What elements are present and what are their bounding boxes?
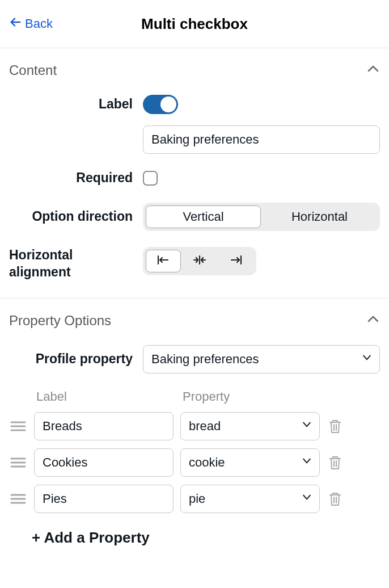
option-property-value: pie [189,492,205,506]
delete-option-button[interactable] [327,455,344,470]
page-title: Multi checkbox [141,15,248,33]
align-center-button[interactable] [182,250,217,272]
chevron-down-icon [301,492,312,506]
drag-handle-icon[interactable] [9,420,27,432]
chevron-up-icon[interactable] [366,62,380,79]
chevron-up-icon[interactable] [366,312,380,329]
profile-property-label: Profile property [9,351,143,368]
delete-option-button[interactable] [327,419,344,434]
delete-option-button[interactable] [327,492,344,506]
option-direction-label: Option direction [9,208,143,225]
section-title-property-options: Property Options [9,313,111,329]
label-toggle[interactable] [143,95,178,114]
horizontal-alignment-label: Horizontal alignment [9,247,143,281]
required-label: Required [9,170,143,187]
chevron-down-icon [301,455,312,470]
label-input[interactable] [143,125,380,154]
option-direction-horizontal[interactable]: Horizontal [262,205,377,228]
chevron-down-icon [301,419,312,434]
add-property-label: + Add a Property [32,529,150,547]
required-checkbox[interactable] [143,171,158,186]
property-option-row: cookie [9,448,380,477]
arrow-left-icon [9,16,22,32]
align-left-button[interactable] [146,250,181,272]
column-header-property: Property [183,389,380,404]
add-property-button[interactable]: + Add a Property [32,529,150,547]
option-label-input[interactable] [34,448,174,477]
back-label: Back [25,16,53,31]
align-right-icon [229,254,243,268]
drag-handle-icon[interactable] [9,493,27,505]
option-property-select[interactable]: pie [180,485,320,513]
section-title-content: Content [9,62,57,78]
label-field-label: Label [9,96,143,113]
column-header-label: Label [36,389,183,404]
profile-property-value: Baking preferences [151,352,259,367]
chevron-down-icon [361,352,373,367]
align-center-icon [193,254,206,268]
align-right-button[interactable] [218,250,253,272]
option-property-select[interactable]: cookie [180,448,320,477]
option-label-input[interactable] [34,412,174,440]
property-option-row: bread [9,412,380,440]
property-option-row: pie [9,485,380,513]
option-property-value: cookie [189,455,225,470]
option-property-select[interactable]: bread [180,412,320,440]
profile-property-select[interactable]: Baking preferences [143,345,380,373]
option-direction-vertical[interactable]: Vertical [146,205,261,228]
drag-handle-icon[interactable] [9,456,27,469]
align-left-icon [157,254,170,268]
option-property-value: bread [189,419,221,434]
back-button[interactable]: Back [9,16,53,32]
option-label-input[interactable] [34,485,174,513]
